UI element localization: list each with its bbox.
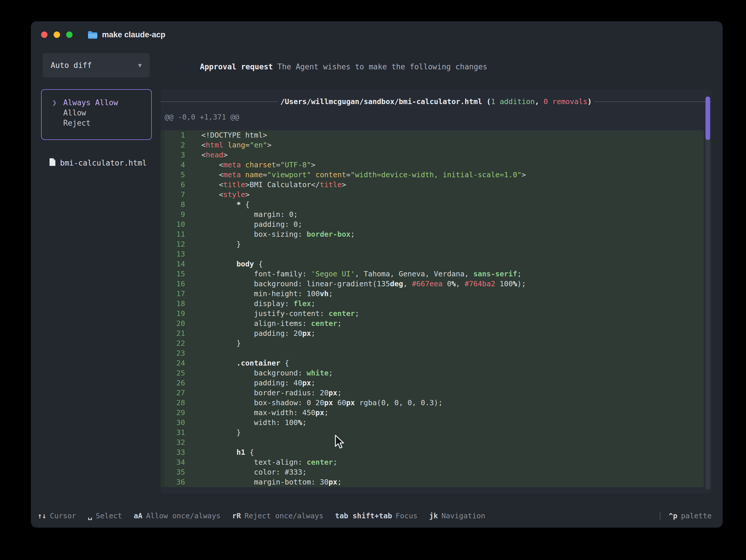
code-line: 19 justify-content: center; [161,309,704,318]
file-icon [49,158,56,168]
code-line: 36 margin-bottom: 30px; [161,477,704,487]
code-text: background: white; [193,368,333,378]
approval-option-label: Reject [63,119,91,128]
code-line: 27 border-radius: 20px; [161,388,704,398]
approval-request-title: Approval request [200,62,273,71]
footer: ↑↓Cursor␣SelectaAAllow once/alwaysrRReje… [31,512,723,520]
code-line: 1<!DOCTYPE html> [161,130,704,140]
diff-file-path: /Users/willmcgugan/sandbox/bmi-calculato… [280,97,592,106]
selected-option-prompt-icon: ❯ [52,98,63,107]
diff-mode-dropdown[interactable]: Auto diff ▼ [42,53,150,78]
code-text: <title>BMI Calculator</title> [193,180,346,190]
line-number: 32 [161,438,193,447]
code-line: 15 font-family: 'Segoe UI', Tahoma, Gene… [161,269,704,279]
diff-panel: /Users/willmcgugan/sandbox/bmi-calculato… [161,89,712,493]
line-number: 16 [161,279,193,289]
line-number: 21 [161,329,193,338]
code-line: 9 margin: 0; [161,209,704,220]
code-line: 8 * { [161,200,704,209]
diff-title: /Users/willmcgugan/sandbox/bmi-calculato… [161,89,712,106]
palette-label: palette [681,512,712,520]
diff-code[interactable]: 1<!DOCTYPE html>2<html lang="en">3<head>… [161,130,704,487]
minimize-button[interactable] [54,31,60,38]
key-hint-label: Focus [396,512,418,520]
line-number: 23 [161,348,193,358]
stats-separator: , [535,97,543,106]
footer-binding-focus[interactable]: tab shift+tabFocus [335,512,418,520]
footer-binding-select[interactable]: ␣Select [88,512,122,520]
code-line: 4 <meta charset="UTF-8"> [161,160,704,170]
line-number: 12 [161,239,193,249]
code-line: 13 [161,249,704,259]
code-line: 20 align-items: center; [161,318,704,329]
palette-shortcut[interactable]: ^ppalette [669,512,712,520]
line-number: 7 [161,190,193,200]
file-item[interactable]: bmi-calculator.html [49,158,147,168]
code-line: 30 width: 100%; [161,418,704,428]
key-hint: rR [232,512,241,520]
close-button[interactable] [41,31,48,38]
code-text: body { [193,259,263,269]
approval-option-allow[interactable]: Allow [52,108,151,118]
line-number: 9 [161,209,193,220]
code-line: 33 h1 { [161,447,704,457]
key-hint: ↑↓ [37,512,46,520]
line-number: 22 [161,338,193,348]
code-text: } [193,428,241,438]
stats-close: ) [587,97,592,106]
line-number: 14 [161,259,193,269]
code-line: 31 } [161,428,704,438]
line-number: 35 [161,467,193,477]
folder-icon [87,31,97,39]
scrollbar[interactable] [706,96,710,490]
line-number: 18 [161,299,193,309]
key-hint-label: Navigation [441,512,486,520]
approval-option-label: Always Allow [63,98,118,107]
line-number: 5 [161,170,193,180]
line-number: 20 [161,318,193,329]
code-text [193,249,201,259]
code-text [193,348,201,358]
code-text: } [193,338,241,348]
line-number: 30 [161,418,193,428]
scrollbar-thumb[interactable] [706,96,710,140]
chevron-down-icon: ▼ [138,62,142,69]
code-line: 2<html lang="en"> [161,140,704,150]
footer-binding-allow-once-always[interactable]: aAAllow once/always [134,512,221,520]
footer-binding-navigation[interactable]: jkNavigation [429,512,486,520]
code-line: 23 [161,348,704,358]
titlebar: make claude-acp [31,21,723,40]
code-text: min-height: 100vh; [193,289,333,299]
code-line: 26 padding: 40px; [161,378,704,388]
code-text: .container { [193,358,289,368]
footer-binding-cursor[interactable]: ↑↓Cursor [37,512,76,520]
line-number: 17 [161,289,193,299]
line-number: 36 [161,477,193,487]
line-number: 25 [161,368,193,378]
zoom-button[interactable] [66,31,73,38]
code-text: font-family: 'Segoe UI', Tahoma, Geneva,… [193,269,522,279]
code-text: box-sizing: border-box; [193,229,355,239]
code-text: border-radius: 20px; [193,388,342,398]
line-number: 11 [161,229,193,239]
code-text: padding: 20px; [193,329,315,338]
code-line: 12 } [161,239,704,249]
code-line: 35 color: #333; [161,467,704,477]
approval-option-label: Allow [63,108,86,117]
code-text: <style> [193,190,250,200]
file-name: bmi-calculator.html [60,159,147,167]
approval-option-reject[interactable]: Reject [52,118,151,128]
key-hint: tab shift+tab [335,512,392,520]
line-number: 34 [161,457,193,467]
code-text: box-shadow: 0 20px 60px rgba(0, 0, 0, 0.… [193,398,443,408]
code-line: 17 min-height: 100vh; [161,289,704,299]
code-text: margin: 0; [193,209,298,220]
footer-right: │ ^ppalette [658,512,712,520]
line-number: 10 [161,220,193,229]
code-text: background: linear-gradient(135deg, #667… [193,279,526,289]
code-text: align-items: center; [193,318,342,329]
approval-option-always-allow[interactable]: ❯Always Allow [52,97,151,108]
line-number: 6 [161,180,193,190]
key-hint: aA [134,512,143,520]
footer-binding-reject-once-always[interactable]: rRReject once/always [232,512,323,520]
